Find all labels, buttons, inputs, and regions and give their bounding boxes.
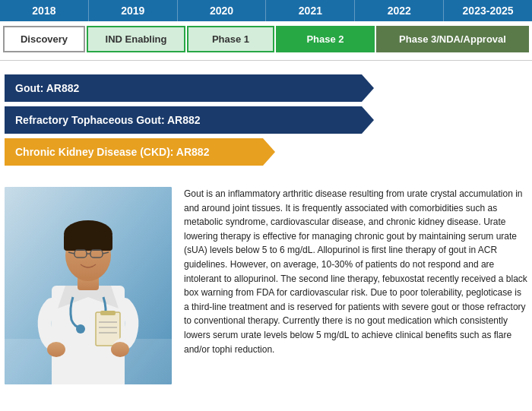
year-2020: 2020 [178,0,267,21]
svg-point-14 [76,324,85,334]
gout-pipeline-bar: Gout: AR882 [5,74,527,102]
content-section: Gout is an inflammatory arthritic diseas… [0,179,532,392]
timeline-header: 2018 2019 2020 2021 2022 2023-2025 [0,0,532,21]
refractory-pipeline-bar: Refractory Tophaceous Gout: AR882 [5,106,527,134]
pipeline-section: Gout: AR882 Refractory Tophaceous Gout: … [0,67,532,175]
refractory-label: Refractory Tophaceous Gout: AR882 [15,114,201,126]
phase-ind-enabling[interactable]: IND Enabling [87,26,185,52]
svg-point-20 [47,342,65,357]
divider [0,60,532,61]
year-2019: 2019 [89,0,178,21]
svg-point-21 [111,342,129,357]
description-paragraph: Gout is an inflammatory arthritic diseas… [184,187,527,356]
refractory-bar-body: Refractory Tophaceous Gout: AR882 [5,106,362,134]
svg-rect-8 [64,234,112,251]
phase-bar: Discovery IND Enabling Phase 1 Phase 2 P… [0,21,532,57]
year-2021: 2021 [266,0,355,21]
year-2023-2025: 2023-2025 [444,0,532,21]
ckd-pipeline-bar: Chronic Kidney Disease (CKD): AR882 [5,138,527,166]
gout-bar-body: Gout: AR882 [5,74,362,102]
phase-2[interactable]: Phase 2 [276,26,375,52]
phase-3-nda-approval[interactable]: Phase 3/NDA/Approval [376,26,529,52]
year-2022: 2022 [355,0,444,21]
phase-1[interactable]: Phase 1 [187,26,274,52]
description-text: Gout is an inflammatory arthritic diseas… [184,187,527,384]
ckd-label: Chronic Kidney Disease (CKD): AR882 [15,146,209,158]
year-2018: 2018 [0,0,89,21]
ckd-bar-body: Chronic Kidney Disease (CKD): AR882 [5,138,263,166]
doctor-image [5,187,172,384]
svg-rect-16 [100,311,116,315]
gout-label: Gout: AR882 [15,82,79,94]
phase-discovery[interactable]: Discovery [3,26,85,52]
